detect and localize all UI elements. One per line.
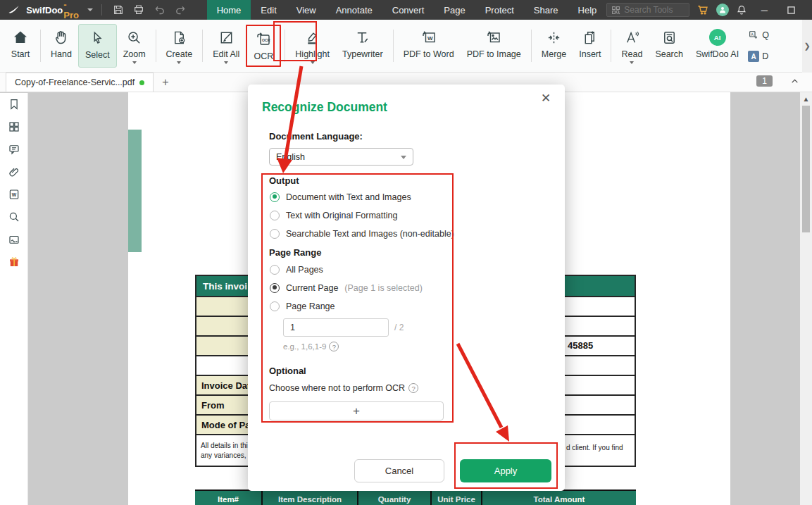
toolbar-hand-button[interactable]: Hand <box>44 24 78 68</box>
radio-all-pages[interactable]: All Pages <box>270 263 323 275</box>
notifications-bell-icon[interactable] <box>736 4 747 15</box>
toolbar-search-button[interactable]: Search <box>649 24 689 68</box>
toolbar-create-button[interactable]: Create <box>160 24 199 68</box>
toolbar-pdf-to-word-button[interactable]: W PDF to Word <box>397 24 461 68</box>
radio-current-page[interactable]: Current Page (Page 1 is selected) <box>270 282 423 294</box>
radio-icon[interactable] <box>270 229 280 239</box>
toolbar-read-button[interactable]: Read <box>615 24 649 68</box>
add-exclusion-region-button[interactable]: + <box>269 401 444 420</box>
toolbar-highlight-button[interactable]: Highlight <box>289 24 336 68</box>
divider <box>393 30 394 62</box>
zoom-caret-icon[interactable] <box>132 61 137 64</box>
radio-selected-icon[interactable] <box>270 192 280 202</box>
pdf-decorative-strip <box>128 130 142 252</box>
divider <box>156 30 156 62</box>
highlighter-icon <box>304 27 320 47</box>
radio-output-doc-text-images[interactable]: Document with Text and Images <box>270 191 411 203</box>
highlight-caret-icon[interactable] <box>311 61 315 64</box>
document-tab[interactable]: Copy-of-Freelance-Servic...pdf <box>6 73 154 92</box>
collapse-toolbar-chevron[interactable] <box>790 77 799 86</box>
toolbar-overflow-chevron[interactable]: ❯ <box>802 20 812 73</box>
radio-output-text-formatting[interactable]: Text with Original Formatting <box>270 209 397 221</box>
search-tools-input[interactable] <box>624 5 683 15</box>
toolbar-insert-button[interactable]: Insert <box>573 24 607 68</box>
radio-icon[interactable] <box>270 301 280 311</box>
create-document-icon <box>171 27 187 47</box>
menu-edit[interactable]: Edit <box>251 0 286 20</box>
save-icon[interactable] <box>111 2 127 18</box>
page-range-hint: e.g., 1,6,1-9 ? <box>283 342 339 351</box>
page-range-input[interactable] <box>283 318 389 337</box>
read-caret-icon[interactable] <box>630 61 634 64</box>
menu-bar: Home Edit View Annotate Convert Page Pro… <box>207 0 607 20</box>
radio-icon[interactable] <box>270 265 280 275</box>
menu-share[interactable]: Share <box>524 0 568 20</box>
dialog-close-icon[interactable]: ✕ <box>538 90 554 106</box>
window-close-button[interactable]: ✕ <box>808 0 812 20</box>
cancel-button[interactable]: Cancel <box>354 459 444 482</box>
edit-all-icon <box>218 27 235 47</box>
menu-view[interactable]: View <box>287 0 326 20</box>
redo-icon[interactable] <box>172 2 188 18</box>
menu-home[interactable]: Home <box>207 0 251 20</box>
app-menu-caret-icon[interactable] <box>87 8 93 11</box>
window-maximize-button[interactable] <box>781 0 801 20</box>
cart-icon[interactable] <box>697 4 709 16</box>
language-select[interactable]: English <box>269 148 413 166</box>
swifdoo-ai-icon: AI <box>709 29 726 46</box>
signature-icon[interactable] <box>7 232 20 246</box>
svg-text:OCR: OCR <box>262 38 270 42</box>
radio-page-range[interactable]: Page Range <box>270 300 335 312</box>
hand-icon <box>53 27 70 47</box>
read-aloud-icon <box>624 27 640 47</box>
radio-output-searchable[interactable]: Searchable Text and Images (non-editable… <box>270 227 454 239</box>
vertical-scrollbar[interactable]: ▲ <box>800 92 812 505</box>
toolbar-zoom-button[interactable]: Zoom <box>117 24 152 68</box>
annotations-icon[interactable] <box>7 142 20 156</box>
new-tab-button[interactable]: + <box>162 76 168 89</box>
toolbar: Start Hand Select Zoom Create Edit All O… <box>0 20 812 73</box>
toolbar-typewriter-button[interactable]: Typewriter <box>336 24 389 68</box>
scrollbar-thumb[interactable] <box>802 106 810 232</box>
document-tab-title: Copy-of-Freelance-Servic...pdf <box>15 77 135 87</box>
radio-icon[interactable] <box>270 211 280 220</box>
toolbar-select-button[interactable]: Select <box>78 24 117 68</box>
search-panel-icon[interactable] <box>7 210 20 223</box>
search-tools-box[interactable] <box>606 3 689 17</box>
column-header: Total Amount <box>482 491 636 505</box>
help-icon[interactable]: ? <box>408 383 418 393</box>
apply-button[interactable]: Apply <box>460 459 551 482</box>
radio-selected-icon[interactable] <box>270 283 280 293</box>
left-panel: W <box>0 93 28 505</box>
toolbar-edit-all-button[interactable]: Edit All <box>206 24 246 68</box>
create-caret-icon[interactable] <box>177 61 181 64</box>
toolbar-translate-button[interactable]: A D <box>748 47 769 66</box>
word-export-icon[interactable]: W <box>7 187 20 201</box>
gift-icon[interactable] <box>7 255 20 268</box>
scroll-up-arrow[interactable]: ▲ <box>802 95 810 103</box>
menu-annotate[interactable]: Annotate <box>326 0 382 20</box>
menu-protect[interactable]: Protect <box>475 0 524 20</box>
column-header: Item Description <box>263 491 358 505</box>
toolbar-start-button[interactable]: Start <box>4 24 37 68</box>
window-minimize-button[interactable]: ─ <box>754 0 774 20</box>
toolbar-swifdoo-ai-button[interactable]: AI SwifDoo AI <box>689 24 745 68</box>
undo-icon[interactable] <box>151 2 168 18</box>
toolbar-pdf-to-image-button[interactable]: PDF to Image <box>461 24 527 68</box>
bookmarks-icon[interactable] <box>7 97 20 111</box>
user-avatar[interactable] <box>716 4 729 16</box>
home-icon <box>12 27 29 47</box>
page-range-label: Page Range <box>269 247 321 258</box>
toolbar-ocr-button[interactable]: OCR OCR <box>247 26 280 66</box>
help-icon[interactable]: ? <box>329 342 339 351</box>
toolbar-quick-tools-button[interactable]: A Q <box>748 26 769 44</box>
attachments-icon[interactable] <box>7 165 20 178</box>
edit-all-caret-icon[interactable] <box>224 61 228 64</box>
toolbar-merge-button[interactable]: Merge <box>535 24 573 68</box>
menu-convert[interactable]: Convert <box>382 0 435 20</box>
thumbnails-icon[interactable] <box>7 120 20 133</box>
menu-help[interactable]: Help <box>568 0 607 20</box>
print-icon[interactable] <box>131 2 147 18</box>
ocr-annotation-box: OCR OCR <box>246 25 281 67</box>
menu-page[interactable]: Page <box>434 0 475 20</box>
